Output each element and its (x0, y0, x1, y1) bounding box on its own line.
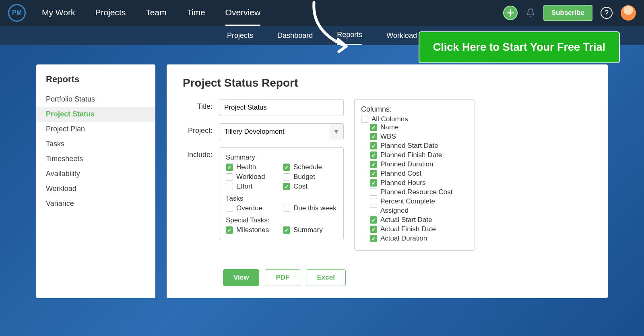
excel-button[interactable]: Excel (306, 269, 345, 286)
include-special-header: Special Tasks: (226, 216, 337, 224)
include-health-label: Health (236, 163, 256, 171)
include-milestones-label: Milestones (236, 226, 269, 234)
column-planned-start-date-label: Planned Start Date (380, 142, 438, 150)
column-percent-complete-label: Percent Complete (380, 197, 435, 205)
plus-icon (507, 9, 514, 17)
column-wbs[interactable]: WBS (370, 133, 468, 141)
column-planned-duration[interactable]: Planned Duration (370, 160, 468, 168)
actions-row: View PDF Excel (223, 269, 346, 286)
checkbox-icon (370, 151, 377, 159)
checkbox-icon (370, 235, 377, 242)
column-planned-resource-cost[interactable]: Planned Resource Cost (370, 188, 468, 196)
include-schedule[interactable]: Schedule (283, 163, 337, 171)
project-select[interactable]: Tillery Development ▼ (219, 123, 344, 140)
checkbox-icon (370, 226, 377, 233)
pdf-button[interactable]: PDF (265, 269, 300, 286)
view-button[interactable]: View (223, 269, 259, 286)
column-percent-complete[interactable]: Percent Complete (370, 197, 468, 205)
cta-free-trial-button[interactable]: Click Here to Start Your Free Trial (419, 31, 620, 63)
include-effort[interactable]: Effort (226, 183, 280, 191)
checkbox-icon (370, 198, 377, 205)
column-all-label: All Columns (372, 115, 408, 123)
sidebar-item-portfolio-status[interactable]: Portfolio Status (36, 92, 155, 107)
add-button[interactable] (503, 6, 518, 20)
subscribe-button[interactable]: Subscribe (543, 5, 592, 21)
title-label: Title: (183, 99, 219, 111)
column-assigned[interactable]: Assigned (370, 207, 468, 215)
include-milestones[interactable]: Milestones (226, 226, 280, 234)
column-planned-hours[interactable]: Planned Hours (370, 179, 468, 187)
column-actual-duration-label: Actual Duration (380, 234, 427, 243)
project-select-value: Tillery Development (219, 124, 329, 140)
sidebar-title: Reports (36, 74, 155, 92)
checkbox-icon (283, 164, 290, 171)
checkbox-icon (370, 170, 377, 177)
topbar-right: Subscribe ? (503, 5, 636, 21)
column-planned-resource-cost-label: Planned Resource Cost (380, 188, 453, 196)
checkbox-icon (283, 183, 290, 190)
include-cost[interactable]: Cost (283, 183, 337, 191)
include-health[interactable]: Health (226, 163, 280, 171)
include-summary[interactable]: Summary (283, 226, 337, 234)
include-tasks-header: Tasks (226, 195, 337, 203)
checkbox-icon (283, 205, 290, 212)
column-actual-finish-date[interactable]: Actual Finish Date (370, 225, 468, 233)
column-wbs-label: WBS (380, 133, 396, 141)
columns-panel[interactable]: Columns: All Columns NameWBSPlanned Star… (354, 99, 475, 251)
include-due-this-week[interactable]: Due this week (283, 204, 337, 212)
notification-bell-icon[interactable] (526, 8, 535, 18)
columns-label: Columns: (361, 105, 468, 114)
include-overdue[interactable]: Overdue (226, 204, 280, 212)
column-all[interactable]: All Columns (361, 115, 468, 123)
report-form: Title: Project: Tillery Development ▼ (183, 99, 592, 251)
sidebar-item-project-plan[interactable]: Project Plan (36, 122, 155, 137)
reports-sidebar: Reports Portfolio StatusProject StatusPr… (36, 64, 155, 298)
checkbox-icon (370, 207, 377, 214)
checkbox-icon (370, 161, 377, 168)
checkbox-icon (283, 173, 290, 180)
column-planned-start-date[interactable]: Planned Start Date (370, 142, 468, 150)
sidebar-item-timesheets[interactable]: Timesheets (36, 151, 155, 166)
column-planned-cost[interactable]: Planned Cost (370, 170, 468, 178)
help-icon[interactable]: ? (601, 7, 613, 19)
sidebar-item-availability[interactable]: Availability (36, 166, 155, 181)
nav-item-overview[interactable]: Overview (225, 0, 261, 26)
include-summary-label: Summary (293, 226, 323, 234)
nav-item-projects[interactable]: Projects (95, 0, 126, 26)
column-name-label: Name (380, 123, 398, 131)
checkbox-icon (370, 216, 377, 224)
column-actual-duration[interactable]: Actual Duration (370, 234, 468, 243)
include-budget-label: Budget (293, 173, 315, 181)
column-name[interactable]: Name (370, 123, 468, 131)
user-avatar[interactable] (621, 5, 636, 21)
checkbox-icon (370, 124, 377, 131)
nav-item-team[interactable]: Team (146, 0, 166, 26)
include-effort-label: Effort (236, 183, 252, 191)
column-planned-duration-label: Planned Duration (380, 160, 433, 168)
column-actual-start-date[interactable]: Actual Start Date (370, 216, 468, 224)
column-planned-hours-label: Planned Hours (380, 179, 425, 187)
nav-item-my-work[interactable]: My Work (42, 0, 75, 26)
checkbox-icon (226, 205, 233, 212)
nav-item-time[interactable]: Time (187, 0, 205, 26)
column-planned-finish-date-label: Planned Finish Date (380, 151, 442, 159)
column-planned-finish-date[interactable]: Planned Finish Date (370, 151, 468, 159)
column-actual-finish-date-label: Actual Finish Date (380, 225, 436, 233)
checkbox-icon (370, 179, 377, 187)
checkbox-icon (370, 189, 377, 196)
subnav-item-projects[interactable]: Projects (227, 27, 253, 45)
checkbox-icon (226, 226, 233, 234)
include-workload-label: Workload (236, 173, 265, 181)
title-input[interactable] (219, 99, 344, 116)
include-workload[interactable]: Workload (226, 173, 280, 181)
sidebar-item-tasks[interactable]: Tasks (36, 137, 155, 151)
primary-nav: My WorkProjectsTeamTimeOverview (42, 0, 260, 26)
sidebar-item-variance[interactable]: Variance (36, 196, 155, 211)
app-logo[interactable]: PM (8, 4, 26, 22)
content-area: Reports Portfolio StatusProject StatusPr… (0, 45, 644, 298)
include-budget[interactable]: Budget (283, 173, 337, 181)
subnav-item-workload[interactable]: Workload (386, 27, 417, 45)
sidebar-item-workload[interactable]: Workload (36, 181, 155, 196)
include-summary-header: Summary (226, 153, 337, 162)
sidebar-item-project-status[interactable]: Project Status (36, 107, 155, 122)
